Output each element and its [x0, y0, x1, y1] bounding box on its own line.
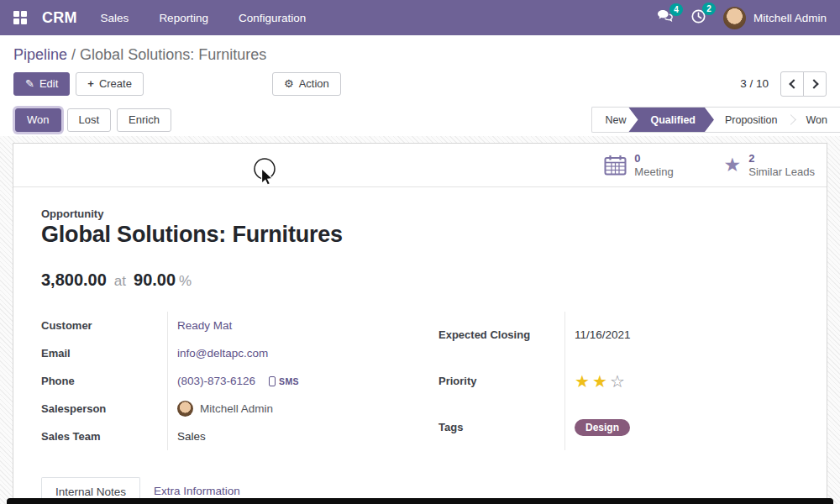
pencil-icon: ✎: [25, 77, 34, 90]
star-filled-icon[interactable]: ★: [592, 373, 607, 390]
breadcrumb: Pipeline / Global Solutions: Furnitures: [0, 35, 840, 64]
navbar-right: 4 2 Mitchell Admin: [656, 7, 827, 29]
calendar-icon: [604, 155, 627, 176]
similar-leads-count: 2: [748, 152, 815, 165]
main-menu: Sales Reporting Configuration: [101, 12, 307, 24]
menu-configuration[interactable]: Configuration: [239, 12, 306, 24]
pager-next-button[interactable]: [803, 71, 827, 97]
probability-value: 90.00: [134, 270, 176, 290]
control-panel-buttons: ✎ Edit + Create ⚙ Action 3 / 10: [0, 71, 840, 96]
stage-qualified-active[interactable]: Qualified: [628, 108, 713, 132]
at-label: at: [114, 273, 126, 290]
field-group-right: Expected Closing 11/16/2021 Priority ★ ★…: [438, 312, 799, 450]
customer-value-link[interactable]: Ready Mat: [177, 319, 232, 332]
stage-proposition[interactable]: Proposition: [712, 108, 790, 132]
menu-reporting[interactable]: Reporting: [159, 12, 208, 24]
action-menu-button[interactable]: ⚙ Action: [272, 72, 341, 96]
chevron-left-icon: [789, 79, 798, 88]
star-icon: ★: [724, 155, 742, 175]
form-background: 0 Meeting ★ 2 Similar Leads Opportunity …: [0, 136, 840, 504]
user-menu[interactable]: Mitchell Admin: [723, 7, 827, 29]
star-filled-icon[interactable]: ★: [575, 373, 590, 390]
expected-closing-label: Expected Closing: [438, 312, 565, 358]
chevron-right-icon: [809, 79, 818, 88]
messages-button[interactable]: 4: [656, 9, 674, 27]
priority-label: Priority: [438, 358, 565, 404]
meeting-stat-button[interactable]: 0 Meeting: [604, 152, 673, 178]
meeting-count: 0: [634, 152, 673, 165]
top-navbar: CRM Sales Reporting Configuration 4 2 Mi…: [0, 0, 840, 35]
meeting-label: Meeting: [634, 165, 673, 179]
user-avatar: [723, 7, 746, 29]
customer-label: Customer: [41, 312, 168, 339]
record-type-label: Opportunity: [41, 207, 799, 220]
apps-grid-icon[interactable]: [13, 11, 27, 24]
stage-won[interactable]: Won: [794, 108, 840, 132]
mark-won-button[interactable]: Won: [15, 108, 61, 132]
expected-revenue: 3,800.00 at 90.00 %: [41, 270, 799, 290]
menu-sales[interactable]: Sales: [101, 12, 129, 24]
window-bottom-edge: [7, 498, 833, 504]
percent-sign: %: [179, 273, 192, 290]
sms-label: SMS: [279, 376, 299, 386]
revenue-amount: 3,800.00: [41, 270, 107, 290]
record-sheet: 0 Meeting ★ 2 Similar Leads Opportunity …: [13, 143, 827, 504]
similar-leads-stat-button[interactable]: ★ 2 Similar Leads: [724, 152, 815, 178]
create-button[interactable]: + Create: [76, 72, 144, 96]
email-label: Email: [41, 339, 168, 367]
activities-button[interactable]: 2: [690, 8, 706, 28]
similar-leads-label: Similar Leads: [748, 165, 815, 179]
phone-value-link[interactable]: (803)-873-6126: [177, 375, 255, 387]
breadcrumb-separator: /: [71, 46, 76, 63]
field-group-left: Customer Ready Mat Email info@deltapc.co…: [41, 312, 402, 450]
phone-label: Phone: [41, 367, 168, 395]
gear-icon: ⚙: [284, 77, 294, 90]
user-name: Mitchell Admin: [753, 12, 827, 24]
pager-previous-button[interactable]: [780, 71, 804, 97]
app-name[interactable]: CRM: [42, 9, 77, 27]
email-value-link[interactable]: info@deltapc.com: [177, 347, 268, 360]
mark-lost-button[interactable]: Lost: [67, 108, 112, 132]
enrich-button[interactable]: Enrich: [117, 108, 171, 132]
pager-counter: 3 / 10: [740, 77, 769, 90]
sales-team-value[interactable]: Sales: [177, 430, 206, 443]
sales-team-label: Sales Team: [41, 423, 168, 450]
star-empty-icon[interactable]: ☆: [610, 373, 625, 390]
salesperson-avatar: [177, 401, 193, 417]
salesperson-label: Salesperson: [41, 395, 168, 423]
salesperson-value[interactable]: Mitchell Admin: [200, 402, 273, 415]
field-groups: Customer Ready Mat Email info@deltapc.co…: [41, 312, 799, 450]
tags-label: Tags: [438, 404, 565, 450]
plus-icon: +: [87, 77, 94, 90]
breadcrumb-parent-link[interactable]: Pipeline: [13, 46, 67, 63]
priority-stars: ★ ★ ☆: [575, 373, 625, 390]
status-row: Won Lost Enrich New Qualified Propositio…: [0, 107, 840, 133]
activities-count-badge: 2: [702, 3, 716, 15]
expected-closing-value[interactable]: 11/16/2021: [575, 328, 631, 341]
stage-breadcrumb: New Qualified Proposition Won: [591, 107, 840, 133]
record-pager: 3 / 10: [740, 71, 827, 97]
send-sms-button[interactable]: SMS: [269, 376, 299, 386]
stat-button-bar: 0 Meeting ★ 2 Similar Leads: [13, 144, 827, 187]
messages-count-badge: 4: [669, 3, 683, 16]
mobile-phone-icon: [269, 376, 276, 386]
tag-design[interactable]: Design: [575, 419, 630, 436]
opportunity-title: Global Solutions: Furnitures: [41, 222, 799, 248]
breadcrumb-current: Global Solutions: Furnitures: [80, 46, 266, 63]
edit-button[interactable]: ✎ Edit: [13, 72, 70, 96]
